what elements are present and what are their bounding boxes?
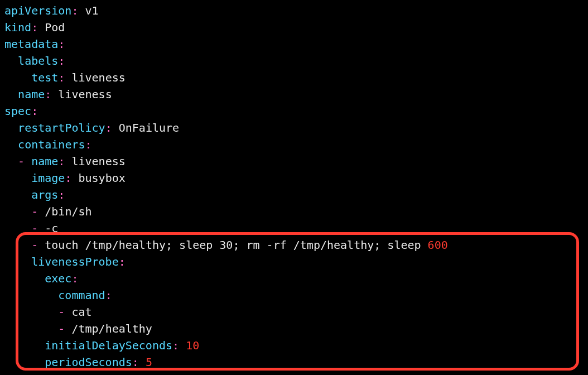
key-containers: containers [18,138,85,151]
key-command: command [58,289,105,302]
val-meta-name: liveness [58,88,112,101]
key-restartPolicy: restartPolicy [18,121,105,134]
colon: : [172,339,179,352]
key-c0-name: name [31,155,58,168]
key-livenessProbe: livenessProbe [31,255,119,268]
colon: : [65,171,71,185]
val-restartPolicy: OnFailure [119,121,179,134]
arg-2-num: 600 [428,238,448,252]
key-initialDelaySeconds: initialDelaySeconds [45,339,172,352]
val-kind: Pod [45,21,65,34]
key-kind: kind [4,21,31,34]
colon: : [31,21,38,34]
colon: : [31,104,38,118]
colon: : [45,88,51,101]
colon: : [119,255,126,268]
colon: : [58,155,65,168]
colon: : [71,272,78,285]
dash: - [31,222,38,235]
val-c0-name: liveness [71,155,125,168]
val-periodSeconds: 5 [146,355,152,369]
colon: : [58,54,65,68]
dash: - [58,322,65,335]
colon: : [58,37,65,51]
key-meta-name: name [18,88,45,101]
colon: : [105,289,112,302]
colon: : [58,71,65,84]
key-c0-args: args [31,188,58,201]
key-spec: spec [4,104,31,118]
dash: - [31,205,38,218]
dash: - [58,305,65,319]
cmd-1: /tmp/healthy [71,322,152,335]
colon: : [132,355,139,369]
colon: : [71,4,78,17]
dash: - [18,155,25,168]
key-test: test [31,71,58,84]
yaml-code-block: apiVersion: v1 kind: Pod metadata: label… [0,0,588,375]
key-periodSeconds: periodSeconds [45,355,132,369]
colon: : [85,138,92,151]
arg-1: -c [45,222,58,235]
arg-2-pre: touch /tmp/healthy; sleep 30; rm -rf /tm… [45,238,427,252]
val-test: liveness [71,71,125,84]
dash: - [31,238,38,252]
key-c0-image: image [31,171,65,185]
val-apiVersion: v1 [85,4,99,17]
colon: : [105,121,112,134]
cmd-0: cat [71,305,91,319]
val-c0-image: busybox [78,171,125,185]
key-apiVersion: apiVersion [4,4,71,17]
colon: : [58,188,65,201]
key-labels: labels [18,54,58,68]
key-metadata: metadata [4,37,58,51]
key-exec: exec [45,272,71,285]
val-initialDelaySeconds: 10 [186,339,199,352]
arg-0: /bin/sh [45,205,91,218]
